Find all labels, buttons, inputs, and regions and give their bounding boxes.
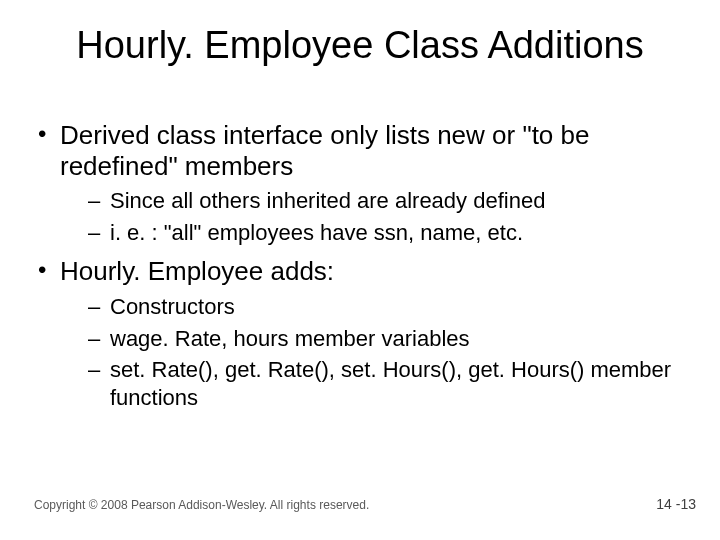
slide-body: Derived class interface only lists new o… — [34, 120, 680, 421]
sub-bullet-item: Constructors — [88, 293, 680, 321]
sub-bullet-text: Since all others inherited are already d… — [110, 188, 545, 213]
bullet-text: Derived class interface only lists new o… — [60, 120, 589, 181]
bullet-text: Hourly. Employee adds: — [60, 256, 334, 286]
sub-bullet-item: set. Rate(), get. Rate(), set. Hours(), … — [88, 356, 680, 411]
sub-bullet-list: Since all others inherited are already d… — [60, 187, 680, 246]
slide-title: Hourly. Employee Class Additions — [0, 24, 720, 67]
page-number: 14 -13 — [656, 496, 696, 512]
bullet-item: Derived class interface only lists new o… — [34, 120, 680, 246]
bullet-item: Hourly. Employee adds: Constructors wage… — [34, 256, 680, 411]
bullet-list: Derived class interface only lists new o… — [34, 120, 680, 411]
sub-bullet-text: Constructors — [110, 294, 235, 319]
slide: Hourly. Employee Class Additions Derived… — [0, 0, 720, 540]
sub-bullet-list: Constructors wage. Rate, hours member va… — [60, 293, 680, 411]
sub-bullet-text: i. e. : "all" employees have ssn, name, … — [110, 220, 523, 245]
sub-bullet-text: wage. Rate, hours member variables — [110, 326, 470, 351]
sub-bullet-text: set. Rate(), get. Rate(), set. Hours(), … — [110, 357, 671, 410]
sub-bullet-item: Since all others inherited are already d… — [88, 187, 680, 215]
copyright-text: Copyright © 2008 Pearson Addison-Wesley.… — [34, 498, 369, 512]
sub-bullet-item: wage. Rate, hours member variables — [88, 325, 680, 353]
sub-bullet-item: i. e. : "all" employees have ssn, name, … — [88, 219, 680, 247]
